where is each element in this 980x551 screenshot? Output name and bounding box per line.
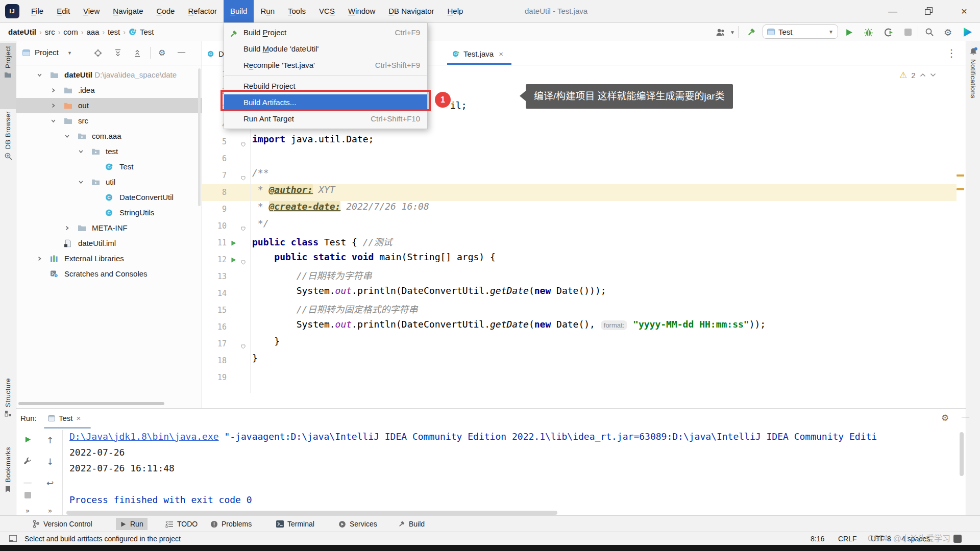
tree-row-util[interactable]: util [16, 174, 202, 190]
fold-marker-icon[interactable] [241, 140, 246, 149]
tree-row-dateconvertutil[interactable]: CDateConvertUtil [16, 190, 202, 205]
breadcrumb-item-test[interactable]: test [108, 28, 120, 36]
tool-window-button-build[interactable]: Build [394, 518, 429, 530]
chevron-down-icon[interactable]: ▼ [727, 27, 738, 38]
menu-item-tools[interactable]: Tools [281, 0, 312, 22]
horizontal-scrollbar[interactable] [18, 402, 164, 405]
code-line[interactable]: 10 */ [202, 218, 957, 235]
tree-row-dateutil-iml[interactable]: dateUtil.iml [16, 236, 202, 251]
chevron-right-icon[interactable] [51, 103, 56, 109]
code-line[interactable]: 16 System.out.println(DateConvertUtil.ge… [202, 319, 957, 336]
tool-window-button-run[interactable]: Run [116, 518, 148, 530]
menu-item-file[interactable]: File [24, 0, 50, 22]
code-line[interactable]: 5import java.util.Date; [202, 134, 957, 151]
minimize-button[interactable]: — [881, 0, 904, 22]
run-line-icon[interactable] [230, 256, 237, 265]
locate-file-icon[interactable] [94, 49, 102, 59]
close-tab-icon[interactable]: × [77, 414, 81, 422]
run-configuration-selector[interactable]: Test ▼ [763, 24, 838, 39]
code-line[interactable]: 13 //日期转为字符串 [202, 268, 957, 285]
inspections-widget[interactable]: ⚠ 2 [899, 68, 936, 82]
chevron-down-icon[interactable] [78, 149, 84, 155]
breadcrumb-item-dateutil[interactable]: dateUtil [8, 28, 36, 36]
breadcrumb-item-aaa[interactable]: aaa [86, 28, 99, 36]
tree-row-src[interactable]: src [16, 113, 202, 129]
menu-item-edit[interactable]: Edit [50, 0, 77, 22]
search-everywhere-icon[interactable] [924, 27, 935, 38]
hide-panel-icon[interactable]: — [178, 47, 185, 56]
code-line[interactable]: 17 } [202, 336, 957, 353]
close-button[interactable]: × [953, 0, 975, 22]
menu-item-refactor[interactable]: Refactor [181, 0, 224, 22]
tree-row-scratches-and-consoles[interactable]: Scratches and Consoles [16, 266, 202, 282]
menu-item-code[interactable]: Code [150, 0, 182, 22]
tree-row-test[interactable]: test [16, 144, 202, 159]
fold-marker-icon[interactable] [241, 173, 246, 183]
chevron-right-icon[interactable] [37, 256, 42, 262]
run-settings-gear-icon[interactable]: ⚙ [941, 413, 949, 423]
code-line[interactable]: 18} [202, 353, 957, 369]
build-menu-item-build-project[interactable]: Build ProjectCtrl+F9 [224, 24, 427, 41]
chevron-down-icon[interactable] [78, 180, 84, 185]
vertical-scrollbar[interactable] [198, 68, 201, 206]
code-line[interactable]: 8 * @author: XYT [202, 184, 957, 201]
hide-panel-icon[interactable]: — [962, 412, 969, 420]
fold-marker-icon[interactable] [241, 224, 246, 233]
down-stack-trace-icon[interactable]: ↓ [44, 457, 56, 467]
gradient-play-icon[interactable] [962, 27, 973, 38]
menu-item-navigate[interactable]: Navigate [106, 0, 150, 22]
up-stack-trace-icon[interactable]: ↑ [44, 435, 56, 445]
chevron-down-icon[interactable] [37, 72, 42, 78]
console-vertical-scrollbar[interactable] [960, 432, 964, 476]
tree-row-stringutils[interactable]: CStringUtils [16, 205, 202, 220]
menu-item-run[interactable]: Run [254, 0, 281, 22]
more-actions-icon[interactable]: » [21, 507, 34, 515]
tool-window-button-bookmarks[interactable]: Bookmarks [0, 444, 16, 516]
fold-marker-icon[interactable] [241, 258, 246, 267]
run-tab-test[interactable]: Test × [48, 414, 81, 422]
chevron-down-icon[interactable]: ▼ [67, 51, 72, 56]
tool-window-button-services[interactable]: Services [334, 518, 381, 530]
debug-button[interactable] [863, 27, 874, 38]
tree-row--idea[interactable]: .idea [16, 83, 202, 98]
menu-item-view[interactable]: View [77, 0, 106, 22]
expand-all-icon[interactable] [114, 49, 121, 59]
fold-marker-icon[interactable] [241, 342, 246, 351]
code-line[interactable]: 6 [202, 151, 957, 167]
menu-item-help[interactable]: Help [440, 0, 470, 22]
code-line[interactable]: 15 //日期转为固定格式的字符串 [202, 302, 957, 319]
code-line[interactable]: 11public class Test { //测试 [202, 235, 957, 252]
menu-item-vcs[interactable]: VCS [312, 0, 341, 22]
warning-stripe-mark[interactable] [957, 188, 964, 190]
breadcrumb-item-com[interactable]: com [63, 28, 78, 36]
tree-row-external-libraries[interactable]: External Libraries [16, 251, 202, 266]
tree-row-test[interactable]: CTest [16, 159, 202, 174]
code-line[interactable]: 14 System.out.println(DateConvertUtil.ge… [202, 285, 957, 302]
code-line[interactable]: 19 [202, 369, 957, 386]
collapse-all-icon[interactable] [134, 49, 141, 59]
tool-window-button-problems[interactable]: Problems [206, 518, 256, 530]
code-line[interactable]: 9 * @create-date: 2022/7/26 16:08 [202, 201, 957, 218]
warning-stripe-mark[interactable] [957, 174, 964, 177]
more-actions-icon[interactable]: » [44, 507, 56, 515]
tool-window-button-structure[interactable]: Structure [0, 375, 16, 437]
profiler-button[interactable] [883, 27, 894, 38]
edit-configuration-wrench-icon[interactable] [21, 457, 34, 467]
prev-warning-icon[interactable] [920, 73, 926, 77]
build-hammer-icon[interactable] [745, 27, 756, 38]
options-gear-icon[interactable]: ⚙ [158, 48, 165, 58]
tree-row-dateutil[interactable]: dateUtil D:\java\idea_space\date [16, 67, 202, 83]
chevron-down-icon[interactable] [64, 134, 70, 139]
tool-window-button-db-browser[interactable]: DB Browser [0, 108, 16, 186]
tree-row-com-aaa[interactable]: com.aaa [16, 129, 202, 144]
chevron-right-icon[interactable] [64, 226, 70, 231]
users-icon[interactable] [715, 27, 726, 38]
tool-window-button-terminal[interactable]: Terminal [272, 518, 318, 530]
build-menu-item-recompile--test-java-[interactable]: Recompile 'Test.java'Ctrl+Shift+F9 [224, 57, 427, 73]
project-panel-title[interactable]: Project [35, 48, 59, 57]
tool-window-button-project[interactable]: Project [0, 43, 16, 109]
caret-position[interactable]: 8:16 [811, 532, 824, 545]
breadcrumb-item-test[interactable]: CTest [129, 28, 154, 36]
tool-window-button-version-control[interactable]: Version Control [28, 518, 96, 530]
stop-process-button[interactable] [21, 490, 34, 500]
